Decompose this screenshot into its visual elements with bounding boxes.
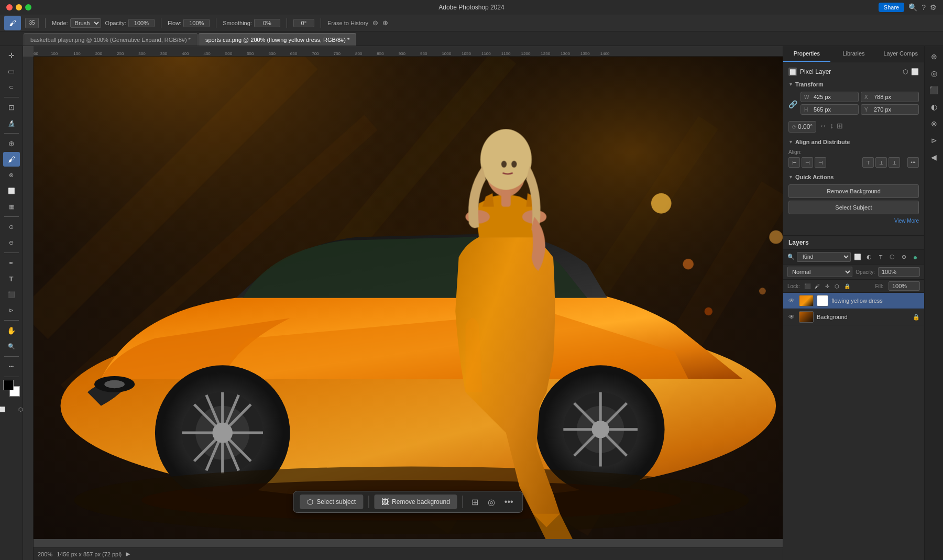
layers-panel-header[interactable]: Layers xyxy=(783,236,924,249)
flip-h-icon[interactable]: ↔ xyxy=(819,122,827,130)
opacity-input[interactable] xyxy=(128,19,155,27)
share-button[interactable]: Share xyxy=(879,3,904,12)
link-icon[interactable]: 🔗 xyxy=(788,100,797,108)
maximize-button[interactable] xyxy=(25,4,31,10)
lasso-tool[interactable]: ⊂ xyxy=(3,80,20,94)
adjust-filter[interactable]: ◐ xyxy=(864,252,874,262)
layer-item-background[interactable]: 👁 Background 🔒 xyxy=(783,309,924,325)
more-align[interactable]: ••• xyxy=(907,157,919,168)
paths-panel-icon[interactable]: ⊳ xyxy=(927,133,941,148)
flow-input[interactable] xyxy=(183,19,210,27)
align-left[interactable]: ⊢ xyxy=(788,157,800,168)
lock-position[interactable]: ✛ xyxy=(823,282,831,290)
brush-tool[interactable]: 🖌 xyxy=(3,152,20,167)
blur-tool[interactable]: ⊙ xyxy=(3,219,20,234)
brush-tool-active[interactable]: 🖌 xyxy=(4,16,21,30)
adjustments-panel-icon[interactable]: ◐ xyxy=(927,100,941,114)
kind-filter[interactable]: Kind xyxy=(797,252,851,262)
help-icon[interactable]: ? xyxy=(922,3,926,12)
layer-item-dress[interactable]: 👁 flowing yellow dress xyxy=(783,293,924,309)
align-center-v[interactable]: ⊥ xyxy=(875,157,887,168)
x-field[interactable]: X 788 px xyxy=(861,92,919,102)
tab-basketball[interactable]: basketball player.png @ 100% (Generative… xyxy=(24,33,198,46)
more-options-icon[interactable]: ••• xyxy=(501,495,517,509)
angle-input[interactable] xyxy=(293,19,314,27)
angle-field[interactable]: ⟳ 0.00° xyxy=(788,121,816,133)
canvas-container[interactable]: ⬡ Select subject 🖼 Remove background ⊞ ◎… xyxy=(34,57,783,539)
erase-icon[interactable]: ⊖ xyxy=(372,19,378,27)
zoom-tool[interactable]: 🔍 xyxy=(3,339,20,354)
collapse-icon[interactable]: ◀ xyxy=(927,150,941,164)
smoothing-input[interactable] xyxy=(254,19,280,27)
shape-filter[interactable]: ⬡ xyxy=(887,252,897,262)
eyedropper-tool[interactable]: 🔬 xyxy=(3,116,20,130)
color-panel-icon[interactable]: ◎ xyxy=(927,66,941,81)
minimize-button[interactable] xyxy=(16,4,22,10)
lock-transparent[interactable]: ⬛ xyxy=(803,282,812,290)
layer-visibility-bg[interactable]: 👁 xyxy=(787,313,796,321)
more-tools[interactable]: ••• xyxy=(3,359,20,374)
brush-size-box[interactable]: 35 xyxy=(25,18,39,28)
align-right[interactable]: ⊣ xyxy=(815,157,826,168)
status-arrow[interactable]: ▶ xyxy=(126,551,130,557)
select-subject-btn[interactable]: Select Subject xyxy=(788,201,919,214)
lock-all[interactable]: 🔒 xyxy=(843,282,851,290)
pen-tool[interactable]: ✒ xyxy=(3,256,20,270)
properties-icon-1[interactable]: ⬡ xyxy=(903,68,908,75)
lock-image[interactable]: 🖌 xyxy=(813,282,821,290)
swatches-panel-icon[interactable]: ⬛ xyxy=(927,83,941,97)
y-field[interactable]: Y 270 px xyxy=(861,104,919,115)
align-header[interactable]: ▼ Align and Distribute xyxy=(788,139,919,145)
constrain-icon[interactable]: ⊞ xyxy=(837,122,843,130)
lock-artboard[interactable]: ⬡ xyxy=(833,282,841,290)
hand-tool[interactable]: ✋ xyxy=(3,323,20,338)
crop-quick-icon[interactable]: ⊞ xyxy=(468,495,481,509)
text-filter[interactable]: T xyxy=(876,252,885,262)
clone-tool[interactable]: ⊗ xyxy=(3,168,20,182)
toggle-filter[interactable]: ● xyxy=(911,252,920,262)
remove-background-btn[interactable]: Remove Background xyxy=(788,184,919,198)
layer-visibility-dress[interactable]: 👁 xyxy=(787,297,796,305)
pixel-filter[interactable]: ⬜ xyxy=(853,252,862,262)
fill-input[interactable] xyxy=(889,281,920,291)
history-panel-icon[interactable]: ⊕ xyxy=(927,49,941,64)
settings-icon[interactable]: ⚙ xyxy=(930,3,937,12)
view-more-link[interactable]: View More xyxy=(788,218,919,224)
height-field[interactable]: H 565 px xyxy=(801,104,859,115)
align-top[interactable]: ⊤ xyxy=(862,157,874,168)
color-swatches[interactable] xyxy=(3,380,20,397)
adjust-icon[interactable]: ◎ xyxy=(485,495,498,509)
blend-mode-select[interactable]: Normal xyxy=(787,267,852,277)
foreground-color[interactable] xyxy=(3,380,14,390)
tab-libraries[interactable]: Libraries xyxy=(830,46,878,62)
remove-background-button[interactable]: 🖼 Remove background xyxy=(374,495,457,509)
channels-panel-icon[interactable]: ⊗ xyxy=(927,116,941,131)
quick-mask[interactable]: ⬜ xyxy=(0,402,10,416)
align-center-h[interactable]: ⊣ xyxy=(802,157,813,168)
tab-layer-comps[interactable]: Layer Comps xyxy=(877,46,924,62)
smart-filter[interactable]: ⊕ xyxy=(899,252,908,262)
path-select-tool[interactable]: ⊳ xyxy=(3,303,20,317)
align-bottom[interactable]: ⊥ xyxy=(889,157,900,168)
crop-tool[interactable]: ⊡ xyxy=(3,100,20,115)
flip-v-icon[interactable]: ↕ xyxy=(830,122,834,130)
tab-properties[interactable]: Properties xyxy=(783,46,830,62)
move-tool[interactable]: ✛ xyxy=(3,48,20,63)
canvas-area[interactable]: 60 100 150 200 250 300 350 400 450 500 5… xyxy=(23,46,783,560)
gradient-tool[interactable]: ▦ xyxy=(3,199,20,214)
spot-heal-tool[interactable]: ⊕ xyxy=(3,136,20,151)
transform-header[interactable]: ▼ Transform xyxy=(788,81,919,87)
properties-icon-2[interactable]: ⬜ xyxy=(911,68,919,75)
text-tool[interactable]: T xyxy=(3,271,20,286)
select-subject-button[interactable]: ⬡ Select subject xyxy=(300,495,363,509)
shape-tool[interactable]: ⬛ xyxy=(3,287,20,302)
selection-tool[interactable]: ▭ xyxy=(3,64,20,79)
search-icon[interactable]: 🔍 xyxy=(908,3,917,12)
extra-brush-icon[interactable]: ⊕ xyxy=(382,19,388,27)
eraser-tool[interactable]: ⬜ xyxy=(3,183,20,198)
close-button[interactable] xyxy=(6,4,13,10)
quick-actions-header[interactable]: ▼ Quick Actions xyxy=(788,174,919,180)
mode-select[interactable]: Brush xyxy=(70,18,101,28)
opacity-input[interactable] xyxy=(878,267,920,277)
width-field[interactable]: W 425 px xyxy=(801,92,859,102)
